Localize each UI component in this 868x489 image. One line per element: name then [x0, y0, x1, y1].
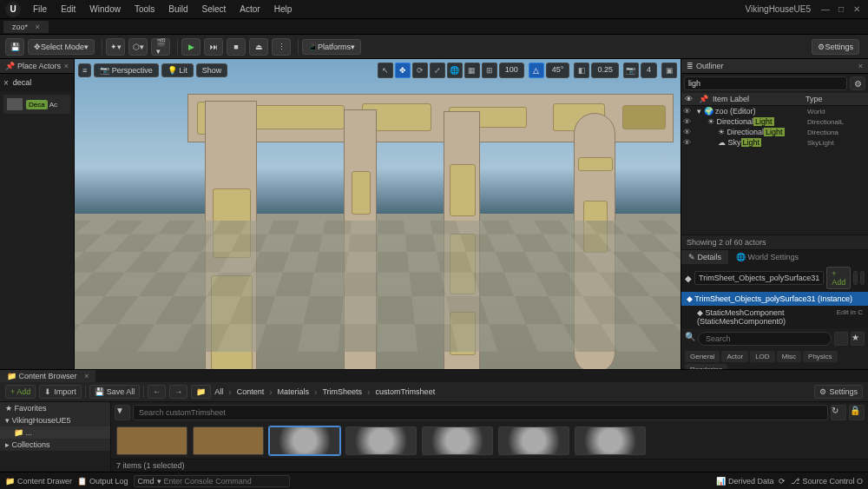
console-input[interactable]	[164, 477, 286, 486]
source-control-button[interactable]: ⎇ Source Control O	[791, 477, 863, 486]
cb-settings-button[interactable]: ⚙ Settings	[814, 385, 863, 399]
tree-favorites[interactable]: ★ Favorites	[0, 402, 110, 414]
cb-tab-close-icon[interactable]: ×	[84, 372, 89, 380]
filter-general[interactable]: General	[685, 351, 720, 362]
cb-lock-button[interactable]: 🔒	[849, 405, 865, 420]
clear-search-icon[interactable]: ×	[3, 78, 9, 88]
stop-button[interactable]: ■	[227, 38, 246, 56]
surface-snap-button[interactable]: ▦	[464, 63, 480, 78]
window-close-icon[interactable]: ✕	[851, 4, 863, 14]
object-name-field[interactable]: TrimSheet_Objects_polySurface31	[694, 271, 824, 285]
asset-material[interactable]	[498, 426, 569, 455]
outliner-row-world[interactable]: 👁▾ 🌍 zoo (Editor)World	[681, 106, 868, 116]
console-command[interactable]: Cmd ▾	[134, 475, 290, 487]
tab-world-settings[interactable]: 🌐 World Settings	[729, 250, 806, 264]
play-options-dropdown[interactable]: ⋮	[272, 38, 291, 56]
tree-project[interactable]: ▾ VikingHouseUE5	[0, 414, 110, 426]
camera-speed-icon[interactable]: 📷	[623, 63, 639, 78]
menu-help[interactable]: Help	[267, 4, 299, 14]
asset-material[interactable]	[345, 426, 417, 455]
outliner-row-dirlight[interactable]: 👁☀ DirectionalLightDirectionalL	[681, 116, 868, 127]
angle-snap-toggle[interactable]: △	[529, 63, 544, 78]
tab-details[interactable]: ✎ Details	[681, 250, 728, 264]
filter-actor[interactable]: Actor	[721, 351, 748, 362]
filter-misc[interactable]: Misc	[777, 351, 801, 362]
filter-physics[interactable]: Physics	[803, 351, 838, 362]
add-component-button[interactable]: + Add	[826, 267, 851, 289]
sequence-dropdown[interactable]: 🎬▾	[151, 38, 170, 56]
unreal-logo-icon[interactable]: U	[5, 2, 21, 17]
crumb-materials[interactable]: Materials	[278, 387, 310, 396]
menu-build[interactable]: Build	[161, 4, 194, 14]
window-maximize-icon[interactable]: □	[835, 4, 847, 14]
save-button[interactable]: 💾	[5, 38, 24, 56]
asset-material[interactable]	[269, 426, 340, 455]
outliner-search[interactable]	[684, 76, 847, 90]
cb-add-button[interactable]: + Add	[5, 385, 36, 399]
asset-material[interactable]	[575, 426, 646, 455]
cb-folders-button[interactable]: 📁	[191, 385, 211, 399]
window-minimize-icon[interactable]: —	[819, 4, 832, 14]
cb-recent-button[interactable]: ↻	[831, 405, 846, 420]
decal-actor-item[interactable]: Deca Ac	[3, 95, 70, 114]
crumb-all[interactable]: All	[214, 387, 223, 396]
skip-button[interactable]: ⏭	[204, 38, 223, 56]
crumb-content[interactable]: Content	[237, 387, 265, 396]
menu-file[interactable]: File	[26, 4, 54, 14]
viewport-options-dropdown[interactable]: ≡	[78, 63, 91, 77]
viewport-canvas[interactable]	[75, 59, 681, 369]
output-log-button[interactable]: 📋 Output Log	[77, 477, 128, 486]
angle-snap-value[interactable]: 45°	[546, 63, 570, 78]
viewport-maximize-icon[interactable]: ▣	[661, 63, 677, 78]
derived-data-button[interactable]: 📊 Derived Data	[716, 477, 774, 486]
grid-snap-toggle[interactable]: ⊞	[482, 63, 497, 78]
type-column[interactable]: Type	[806, 95, 865, 103]
pin-column-icon[interactable]: 📌	[699, 95, 713, 103]
component-row[interactable]: ◆ StaticMeshComponent (StaticMeshCompone…	[681, 306, 868, 328]
settings-button[interactable]: ⚙ Settings	[812, 39, 859, 55]
outliner-row-dirlight2[interactable]: 👁☀ DirectionalLightDirectiona	[681, 127, 868, 137]
platforms-dropdown[interactable]: 📱 Platforms ▾	[302, 39, 361, 55]
move-transform-button[interactable]: ✥	[395, 63, 411, 78]
asset-folder[interactable]	[116, 426, 187, 455]
eject-button[interactable]: ⏏	[249, 38, 268, 56]
select-transform-button[interactable]: ↖	[378, 63, 393, 78]
instance-row[interactable]: ◆ TrimSheet_Objects_polySurface31 (Insta…	[681, 292, 868, 306]
details-search[interactable]	[698, 332, 832, 346]
play-button[interactable]: ▶	[181, 38, 201, 56]
tree-folder[interactable]: 📁 ...	[0, 426, 110, 439]
viewport-viewmode-dropdown[interactable]: 💡 Lit	[161, 63, 194, 77]
cb-save-all-button[interactable]: 💾 Save All	[89, 385, 141, 399]
details-favorite-icon[interactable]: ★	[851, 332, 865, 346]
filter-lod[interactable]: LOD	[750, 351, 774, 362]
blueprint-edit-icon[interactable]	[860, 271, 865, 285]
scale-snap-toggle[interactable]: ◧	[574, 63, 589, 78]
asset-material[interactable]	[422, 426, 493, 455]
menu-edit[interactable]: Edit	[54, 4, 82, 14]
content-drawer-button[interactable]: 📁 Content Drawer	[5, 477, 72, 486]
scale-snap-value[interactable]: 0.25	[591, 63, 619, 78]
cb-search-input[interactable]	[133, 405, 828, 420]
tab-close-icon[interactable]: ×	[36, 23, 40, 31]
visibility-column-icon[interactable]: 👁	[685, 95, 699, 103]
native-component-icon[interactable]	[853, 271, 858, 285]
viewport[interactable]: ≡ 📷 Perspective 💡 Lit Show ↖ ✥ ⟳ ⤢ 🌐 ▦ ⊞…	[75, 59, 681, 369]
blueprints-dropdown[interactable]: ⬡▾	[128, 38, 148, 56]
panel-close-icon[interactable]: ×	[64, 62, 69, 70]
menu-select[interactable]: Select	[195, 4, 233, 14]
content-browser-tab[interactable]: 📁 Content Browser ×	[0, 370, 95, 382]
menu-actor[interactable]: Actor	[233, 4, 266, 14]
outliner-row-skylight[interactable]: 👁☁ SkyLightSkyLight	[681, 137, 868, 148]
place-actors-search[interactable]	[11, 76, 70, 89]
outliner-filter-button[interactable]: ⚙	[850, 76, 865, 90]
menu-tools[interactable]: Tools	[128, 4, 161, 14]
select-mode-dropdown[interactable]: ✥ Select Mode ▾	[28, 39, 95, 55]
cb-forward-button[interactable]: →	[169, 385, 187, 399]
cb-import-button[interactable]: ⬇ Import	[39, 385, 82, 399]
level-tab[interactable]: zoo* ×	[3, 21, 49, 33]
scale-transform-button[interactable]: ⤢	[430, 63, 445, 78]
coord-space-button[interactable]: 🌐	[447, 63, 463, 78]
rotate-transform-button[interactable]: ⟳	[412, 63, 428, 78]
camera-speed-value[interactable]: 4	[641, 63, 657, 78]
asset-folder[interactable]	[193, 426, 264, 455]
